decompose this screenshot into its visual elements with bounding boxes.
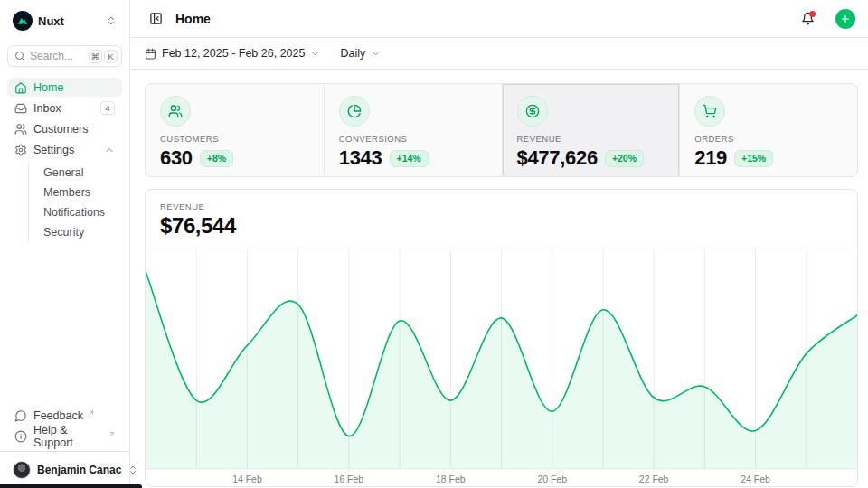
inbox-icon [14, 102, 27, 115]
workspace-switcher[interactable]: Nuxt [7, 9, 122, 33]
sidebar: Nuxt Search... ⌘ K Home Inbox 4 Cu [0, 0, 130, 488]
inbox-count-badge: 4 [100, 101, 115, 115]
feedback-link[interactable]: Feedback [7, 406, 122, 425]
stat-card-conversions[interactable]: CONVERSIONS 1343 +14% [324, 84, 502, 177]
stats-row: CUSTOMERS 630 +8% CONVERSIONS 1343 +14% [145, 83, 858, 177]
filters-toolbar: Feb 12, 2025 - Feb 26, 2025 Daily [130, 38, 868, 70]
stat-icon-circle [517, 96, 548, 127]
revenue-area-chart[interactable]: 14 Feb16 Feb18 Feb20 Feb22 Feb24 Feb [146, 249, 857, 487]
settings-subtree: General Members Notifications Security [28, 163, 122, 242]
stat-delta-badge: +20% [605, 150, 644, 167]
stat-icon-circle [694, 96, 725, 127]
search-shortcut: ⌘ K [89, 50, 118, 63]
sidebar-subitem-notifications[interactable]: Notifications [29, 202, 122, 222]
kbd-k: K [104, 50, 118, 63]
stat-label: CONVERSIONS [339, 134, 487, 144]
stat-delta-badge: +8% [200, 150, 233, 167]
sidebar-nav: Home Inbox 4 Customers Settings General … [7, 78, 122, 244]
external-link-arrow-icon [88, 409, 95, 417]
stat-delta-badge: +15% [734, 150, 773, 167]
footer-link-label: Help & Support [33, 424, 104, 449]
stat-icon-circle [339, 96, 370, 127]
chart-header: REVENUE $76,544 [146, 190, 857, 249]
avatar [13, 461, 31, 479]
revenue-chart-svg: 14 Feb16 Feb18 Feb20 Feb22 Feb24 Feb [146, 249, 857, 487]
footer-link-label: Feedback [33, 409, 83, 422]
sidebar-item-customers[interactable]: Customers [7, 119, 122, 138]
home-icon [14, 81, 27, 94]
page-content: CUSTOMERS 630 +8% CONVERSIONS 1343 +14% [130, 70, 868, 487]
chevrons-up-down-icon [106, 15, 117, 26]
x-axis-tick-label: 16 Feb [335, 474, 364, 484]
x-axis-tick-label: 20 Feb [537, 474, 567, 484]
dollar-circle-icon [525, 104, 540, 118]
search-icon [14, 51, 25, 61]
sidebar-item-home[interactable]: Home [7, 78, 122, 97]
sidebar-item-settings[interactable]: Settings [7, 140, 122, 159]
add-button[interactable] [835, 9, 855, 29]
sidebar-user-section: Benjamin Canac [0, 451, 129, 488]
page-header: Home [130, 0, 868, 38]
user-name: Benjamin Canac [37, 464, 121, 476]
shopping-cart-icon [703, 104, 717, 118]
sidebar-item-label: Inbox [33, 102, 94, 115]
stat-label: REVENUE [517, 134, 665, 144]
sidebar-spacer [7, 244, 122, 406]
gear-icon [14, 144, 27, 156]
chevron-down-icon [371, 49, 381, 59]
sidebar-subitem-security[interactable]: Security [29, 222, 122, 242]
stat-label: ORDERS [694, 134, 843, 144]
workspace-name: Nuxt [38, 14, 100, 28]
stat-label: CUSTOMERS [160, 134, 309, 144]
stat-icon-circle [160, 96, 191, 127]
info-circle-icon [14, 430, 27, 443]
users-icon [168, 104, 183, 118]
stat-delta-badge: +14% [390, 150, 429, 167]
sidebar-item-label: Customers [33, 123, 115, 136]
revenue-chart-card: REVENUE $76,544 14 Feb16 Feb18 Feb20 Feb… [145, 189, 858, 487]
users-icon [14, 123, 27, 136]
x-axis-tick-label: 18 Feb [436, 474, 466, 484]
chart-total-value: $76,544 [160, 213, 843, 239]
notifications-button[interactable] [796, 7, 819, 31]
notification-dot [809, 11, 816, 17]
stat-card-orders[interactable]: ORDERS 219 +15% [679, 84, 857, 177]
chart-label: REVENUE [160, 202, 843, 211]
search-input[interactable]: Search... ⌘ K [7, 45, 122, 67]
calendar-icon [145, 48, 156, 60]
sidebar-subitem-members[interactable]: Members [29, 183, 122, 202]
stat-value: 219 [694, 146, 727, 170]
date-range-picker[interactable]: Feb 12, 2025 - Feb 26, 2025 [145, 47, 320, 60]
sidebar-footer-links: Feedback Help & Support [7, 406, 122, 451]
date-range-value: Feb 12, 2025 - Feb 26, 2025 [162, 47, 305, 60]
external-link-arrow-icon [108, 430, 115, 437]
help-support-link[interactable]: Help & Support [7, 427, 122, 446]
chevron-down-icon [310, 49, 320, 59]
period-select[interactable]: Daily [340, 47, 381, 60]
plus-icon [840, 14, 851, 24]
kbd-meta: ⌘ [89, 50, 103, 63]
sidebar-item-label: Home [33, 81, 115, 94]
message-circle-icon [14, 409, 27, 422]
user-menu[interactable]: Benjamin Canac [7, 459, 122, 481]
sidebar-item-inbox[interactable]: Inbox 4 [7, 99, 122, 117]
bottom-window-bar [0, 484, 142, 488]
sidebar-subitem-general[interactable]: General [29, 163, 122, 183]
main-area: Home Feb 12, 2025 - Feb 26, 2025 Daily [130, 0, 868, 488]
x-axis-tick-label: 22 Feb [639, 474, 669, 484]
period-value: Daily [340, 47, 365, 60]
pie-chart-icon [347, 104, 362, 118]
chevron-up-icon [104, 145, 115, 155]
stat-card-revenue[interactable]: REVENUE $477,626 +20% [502, 84, 680, 177]
x-axis-tick-label: 24 Feb [741, 474, 770, 484]
panel-left-close-icon [149, 12, 163, 25]
sidebar-item-label: Settings [33, 144, 98, 156]
search-placeholder: Search... [30, 50, 84, 62]
sidebar-collapse-button[interactable] [145, 8, 166, 30]
stat-value: 1343 [339, 146, 382, 170]
app-window: Nuxt Search... ⌘ K Home Inbox 4 Cu [0, 0, 868, 488]
stat-card-customers[interactable]: CUSTOMERS 630 +8% [146, 84, 324, 177]
nuxt-logo-icon [13, 11, 33, 31]
x-axis-tick-label: 14 Feb [232, 474, 262, 484]
stat-value: $477,626 [517, 146, 598, 170]
